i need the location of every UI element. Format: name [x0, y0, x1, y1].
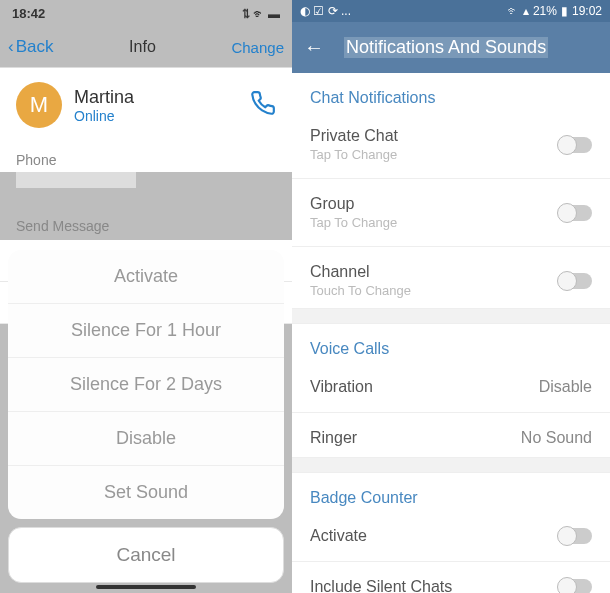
sheet-silence-2d[interactable]: Silence For 2 Days	[8, 358, 284, 412]
sheet-options: Activate Silence For 1 Hour Silence For …	[8, 250, 284, 519]
home-indicator	[96, 585, 196, 589]
change-button[interactable]: Change	[231, 39, 284, 56]
cancel-button[interactable]: Cancel	[8, 527, 284, 583]
action-sheet: Activate Silence For 1 Hour Silence For …	[8, 250, 284, 583]
android-toolbar: ← Notifications And Sounds	[292, 22, 610, 73]
setting-private-chat[interactable]: Private Chat Tap To Change	[292, 117, 610, 172]
sublabel: Tap To Change	[310, 215, 397, 230]
ios-screen: 18:42 ⇅ ᯤ ▬ ‹ Back Info Change M Martina…	[0, 0, 292, 593]
chevron-left-icon: ‹	[8, 37, 14, 57]
setting-activate[interactable]: Activate	[292, 517, 610, 555]
phone-value	[16, 172, 136, 188]
label: Include Silent Chats	[310, 578, 452, 593]
back-button[interactable]: ‹ Back	[8, 37, 53, 57]
phone-label: Phone	[0, 142, 292, 172]
status-indicators: ⇅ ᯤ ▬	[243, 7, 280, 21]
profile-name: Martina	[74, 87, 238, 108]
status-right: ᯤ ▴ 21% ▮ 19:02	[507, 4, 602, 18]
phone-icon[interactable]	[250, 90, 276, 120]
value: Disable	[539, 378, 592, 396]
label: Ringer	[310, 429, 357, 447]
profile-info: Martina Online	[74, 87, 238, 124]
profile-section: M Martina Online	[0, 68, 292, 142]
setting-include-silent[interactable]: Include Silent Chats	[292, 568, 610, 593]
section-badge-counter: Badge Counter	[292, 473, 610, 517]
setting-vibration[interactable]: Vibration Disable	[292, 368, 610, 406]
toggle-switch[interactable]	[558, 579, 592, 593]
toggle-switch[interactable]	[558, 137, 592, 153]
setting-channel[interactable]: Channel Touch To Change	[292, 253, 610, 308]
sheet-silence-1h[interactable]: Silence For 1 Hour	[8, 304, 284, 358]
status-notification-icons: ◐ ☑ ⟳ ...	[300, 4, 351, 18]
sheet-set-sound[interactable]: Set Sound	[8, 466, 284, 519]
setting-group[interactable]: Group Tap To Change	[292, 185, 610, 240]
label: Channel	[310, 263, 411, 281]
label: Vibration	[310, 378, 373, 396]
sheet-disable[interactable]: Disable	[8, 412, 284, 466]
ios-status-bar: 18:42 ⇅ ᯤ ▬	[0, 0, 292, 27]
battery-percent: 21%	[533, 4, 557, 18]
status-time: 19:02	[572, 4, 602, 18]
android-screen: ◐ ☑ ⟳ ... ᯤ ▴ 21% ▮ 19:02 ← Notification…	[292, 0, 610, 593]
screen-title: Notifications And Sounds	[344, 37, 548, 58]
page-title: Info	[129, 38, 156, 56]
toggle-switch[interactable]	[558, 205, 592, 221]
section-divider	[292, 457, 610, 473]
sheet-activate[interactable]: Activate	[8, 250, 284, 304]
section-chat-notifications: Chat Notifications	[292, 73, 610, 117]
section-divider	[292, 308, 610, 324]
android-status-bar: ◐ ☑ ⟳ ... ᯤ ▴ 21% ▮ 19:02	[292, 0, 610, 22]
battery-icon: ▮	[561, 4, 568, 18]
ios-nav-header: ‹ Back Info Change	[0, 27, 292, 68]
status-time: 18:42	[12, 6, 45, 21]
back-arrow-icon[interactable]: ←	[304, 36, 324, 59]
label: Private Chat	[310, 127, 398, 145]
profile-status: Online	[74, 108, 238, 124]
setting-ringer[interactable]: Ringer No Sound	[292, 419, 610, 457]
signal-icon: ▴	[523, 4, 529, 18]
label: Group	[310, 195, 397, 213]
send-message-label: Send Message	[0, 200, 292, 240]
value: No Sound	[521, 429, 592, 447]
sublabel: Touch To Change	[310, 283, 411, 298]
avatar[interactable]: M	[16, 82, 62, 128]
wifi-icon: ᯤ	[507, 4, 519, 18]
toggle-switch[interactable]	[558, 273, 592, 289]
sublabel: Tap To Change	[310, 147, 398, 162]
section-voice-calls: Voice Calls	[292, 324, 610, 368]
label: Activate	[310, 527, 367, 545]
toggle-switch[interactable]	[558, 528, 592, 544]
